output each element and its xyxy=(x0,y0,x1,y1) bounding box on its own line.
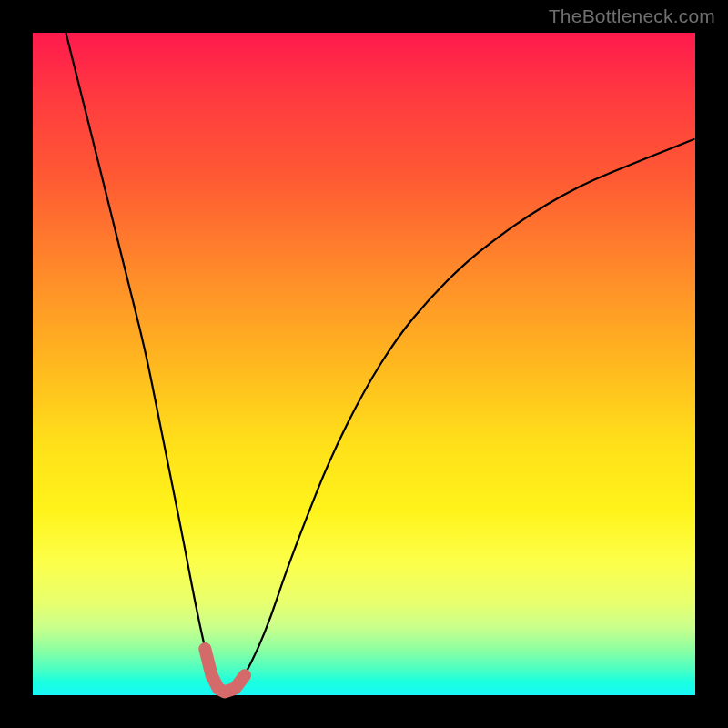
minimum-marker xyxy=(205,649,245,692)
plot-area xyxy=(33,33,695,695)
chart-frame: TheBottleneck.com xyxy=(0,0,728,728)
bottleneck-curve xyxy=(66,33,695,691)
chart-svg xyxy=(33,33,695,695)
watermark-text: TheBottleneck.com xyxy=(549,5,715,27)
